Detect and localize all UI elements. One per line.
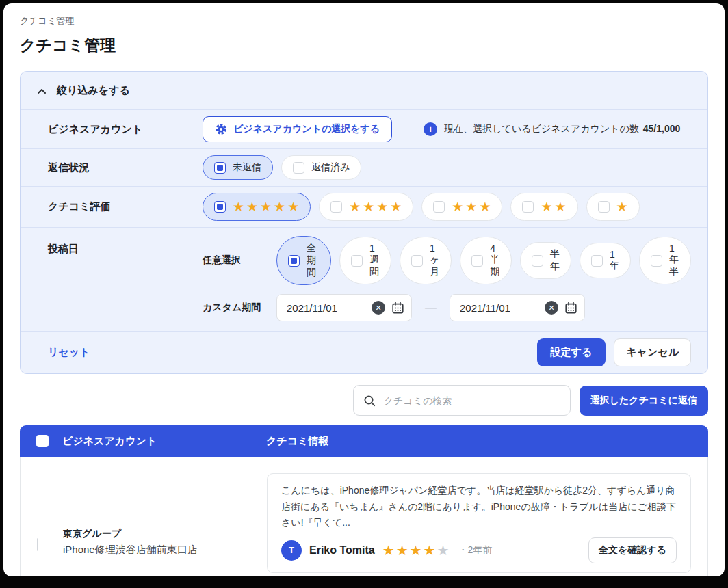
select-business-account-button[interactable]: ビジネスアカウントの選択をする xyxy=(203,116,392,142)
chip-label: 返信済み xyxy=(311,161,350,174)
date-from-input[interactable]: 2021/11/01 ✕ xyxy=(276,294,412,321)
rating-label: クチコミ評価 xyxy=(48,200,203,213)
filter-row-business-account: ビジネスアカウント ビジネスアカウントの選択をする i 現在 xyxy=(21,109,707,148)
checkbox-icon xyxy=(411,255,423,267)
star-filled-icon: ★ xyxy=(410,543,424,558)
star-empty-icon: ★ xyxy=(437,543,450,558)
period-chip-半年[interactable]: 半年 xyxy=(520,242,571,279)
star-icons: ★★★★★ xyxy=(233,200,301,213)
info-icon: i xyxy=(424,122,437,136)
page-title: クチコミ管理 xyxy=(20,35,708,56)
star-icons: ★★ xyxy=(541,200,568,213)
period-chip-1週間[interactable]: 1週間 xyxy=(339,237,391,284)
custom-period-label: カスタム期間 xyxy=(203,302,268,314)
cancel-button[interactable]: キャンセル xyxy=(614,338,691,366)
calendar-icon[interactable] xyxy=(564,302,577,315)
filter-footer: リセット 設定する キャンセル xyxy=(21,331,707,373)
period-chip-全期間[interactable]: 全期間 xyxy=(276,236,331,285)
star-icons: ★★★ xyxy=(452,200,493,213)
star-filled-icon: ★ xyxy=(424,543,437,558)
period-chip-1年半[interactable]: 1年半 xyxy=(639,237,691,284)
selected-account-info: i 現在、選択しているビジネスアカウントの数 45/1,000 xyxy=(424,122,680,136)
reply-status-options: 未返信返信済み xyxy=(203,155,691,180)
chevron-up-icon xyxy=(37,88,47,94)
filter-panel-toggle[interactable]: 絞り込みをする xyxy=(21,72,707,109)
table-header: ビジネスアカウント クチコミ情報 xyxy=(20,425,708,457)
rating-options: ★★★★★★★★★★★★★★★ xyxy=(203,193,691,221)
business-group-name: 東京グループ xyxy=(63,528,267,540)
checkbox-icon xyxy=(293,162,304,174)
info-count: 45/1,000 xyxy=(643,123,681,134)
row-checkbox[interactable] xyxy=(37,538,38,551)
clear-date-icon[interactable]: ✕ xyxy=(372,301,385,315)
review-info-cell: こんにちは、iPhone修理ジャパン経堂店です。当店は経堂駅から徒歩2分、すずら… xyxy=(267,457,707,576)
period-chip-1年[interactable]: 1年 xyxy=(580,243,631,278)
checkbox-icon xyxy=(351,255,363,267)
chip-label: 1年 xyxy=(610,249,619,272)
checkbox-icon xyxy=(330,201,342,213)
checkbox-icon xyxy=(288,255,300,267)
filter-row-reply-status: 返信状況 未返信返信済み xyxy=(21,148,707,186)
checkbox-icon xyxy=(591,255,603,267)
bulk-reply-button[interactable]: 選択したクチコミに返信 xyxy=(580,386,708,416)
reply-status-chip-返信済み[interactable]: 返信済み xyxy=(281,155,361,180)
business-account-cell: 東京グループ iPhone修理渋谷店舗前東口店 xyxy=(63,457,267,576)
chip-label: 半年 xyxy=(550,248,560,273)
filter-row-rating: クチコミ評価 ★★★★★★★★★★★★★★★ xyxy=(21,186,707,227)
apply-button[interactable]: 設定する xyxy=(537,338,606,366)
col-header-review-info: クチコミ情報 xyxy=(266,435,708,448)
review-text: こんにちは、iPhone修理ジャパン経堂店です。当店は経堂駅から徒歩2分、すずら… xyxy=(281,483,677,531)
period-chip-4半期[interactable]: 4半期 xyxy=(460,237,512,284)
filter-row-post-date: 投稿日 任意選択 全期間1週間1ヶ月4半期半年1年1年半 カスタム期間 2021… xyxy=(21,227,707,331)
rating-chip-3-stars[interactable]: ★★★ xyxy=(421,193,502,221)
search-icon xyxy=(363,395,376,407)
clear-date-icon[interactable]: ✕ xyxy=(545,301,558,315)
review-table: ビジネスアカウント クチコミ情報 東京グループ iPhone修理渋谷店舗前東口店… xyxy=(20,425,708,576)
star-filled-icon: ★ xyxy=(382,543,396,558)
review-star-rating: ★★★★★ xyxy=(382,544,451,557)
chip-label: 未返信 xyxy=(233,161,261,174)
search-box[interactable] xyxy=(353,385,571,416)
avatar: T xyxy=(281,540,302,561)
period-chip-1ヶ月[interactable]: 1ヶ月 xyxy=(400,237,452,284)
search-input[interactable] xyxy=(382,395,560,407)
checkbox-icon xyxy=(598,201,610,213)
table-row: 東京グループ iPhone修理渋谷店舗前東口店 こんにちは、iPhone修理ジャ… xyxy=(21,457,707,576)
rating-chip-1-stars[interactable]: ★ xyxy=(586,193,640,221)
chip-label: 1週間 xyxy=(369,243,380,278)
reply-status-chip-未返信[interactable]: 未返信 xyxy=(203,155,273,180)
rating-chip-4-stars[interactable]: ★★★★ xyxy=(319,193,413,221)
rating-chip-5-stars[interactable]: ★★★★★ xyxy=(203,193,311,221)
checkbox-icon xyxy=(214,201,226,213)
checkbox-icon xyxy=(214,162,226,174)
star-icons: ★ xyxy=(616,200,630,213)
star-icons: ★★★★ xyxy=(349,200,404,213)
store-name: iPhone修理渋谷店舗前東口店 xyxy=(63,544,267,557)
breadcrumb[interactable]: クチコミ管理 xyxy=(20,15,708,27)
app-window: クチコミ管理 クチコミ管理 絞り込みをする ビジネスアカウント xyxy=(3,3,725,576)
date-to-input[interactable]: 2021/11/01 ✕ xyxy=(450,294,585,321)
chip-label: 全期間 xyxy=(307,242,320,279)
reply-status-label: 返信状況 xyxy=(48,161,203,174)
star-filled-icon: ★ xyxy=(396,543,410,558)
review-card: こんにちは、iPhone修理ジャパン経堂店です。当店は経堂駅から徒歩2分、すずら… xyxy=(267,473,691,573)
select-all-checkbox[interactable] xyxy=(36,435,49,447)
filter-panel: 絞り込みをする ビジネスアカウント ビジネスアカウントの選択をする xyxy=(20,71,708,374)
date-from-value: 2021/11/01 xyxy=(287,302,365,314)
preset-label: 任意選択 xyxy=(203,254,268,267)
post-date-label: 投稿日 xyxy=(48,236,203,256)
reviewer-name: Eriko Tomita xyxy=(309,544,375,557)
review-posted-ago: ・2年前 xyxy=(458,544,492,557)
table-body: 東京グループ iPhone修理渋谷店舗前東口店 こんにちは、iPhone修理ジャ… xyxy=(20,457,708,576)
business-account-label: ビジネスアカウント xyxy=(48,123,203,136)
gear-icon xyxy=(215,123,227,135)
checkbox-icon xyxy=(433,201,445,213)
calendar-icon[interactable] xyxy=(391,302,404,315)
checkbox-icon xyxy=(651,255,662,267)
view-full-text-button[interactable]: 全文を確認する xyxy=(588,537,677,563)
reset-link[interactable]: リセット xyxy=(48,346,90,359)
rating-chip-2-stars[interactable]: ★★ xyxy=(510,193,577,221)
checkbox-icon xyxy=(471,255,483,267)
info-text: 現在、選択しているビジネスアカウントの数 xyxy=(444,123,639,134)
toolbar: 選択したクチコミに返信 xyxy=(20,385,708,416)
